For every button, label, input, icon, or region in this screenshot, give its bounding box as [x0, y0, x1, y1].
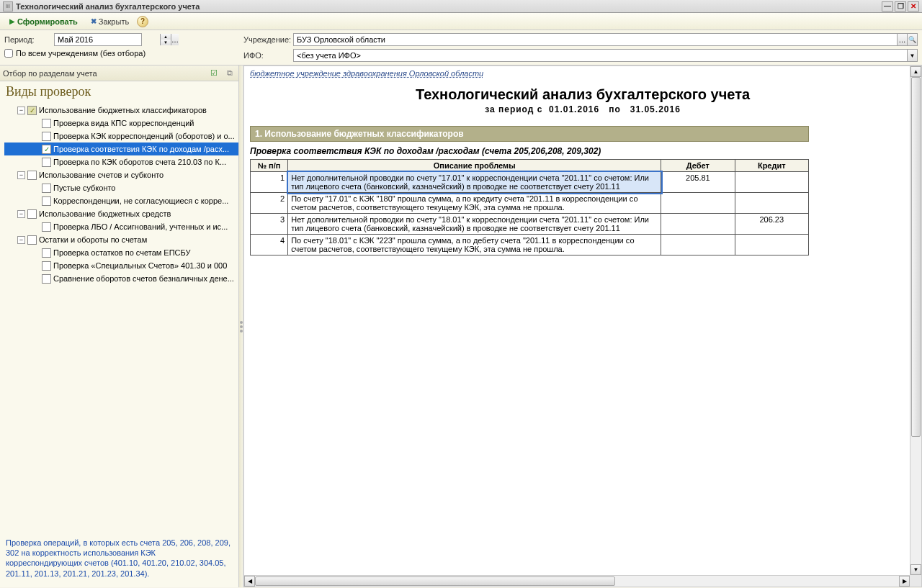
- item-checkbox[interactable]: [42, 261, 51, 271]
- tree-group[interactable]: −Использование бюджетных классификаторов: [4, 104, 238, 117]
- tree-group[interactable]: −Использование бюджетных средств: [4, 207, 238, 220]
- copy-icon[interactable]: ⧉: [224, 68, 236, 79]
- scrollbar-horizontal[interactable]: ◀ ▶: [244, 575, 910, 587]
- group-checkbox[interactable]: [27, 209, 37, 219]
- period-combo[interactable]: ▲ ▼ …: [54, 33, 142, 46]
- period-spin-up[interactable]: ▲: [161, 34, 171, 40]
- scroll-thumb-v[interactable]: [911, 77, 921, 437]
- table-row[interactable]: 3Нет дополнительной проводки по счету "1…: [251, 214, 809, 235]
- tree-item[interactable]: Проверка соответствия КЭК по доходам /ра…: [4, 143, 238, 155]
- window-title: Технологический анализ бухгалтерского уч…: [16, 2, 880, 11]
- minimize-button[interactable]: —: [882, 1, 893, 12]
- item-label: Проверка остатков по счетам ЕПСБУ: [53, 248, 191, 257]
- table-row[interactable]: 2По счету "17.01" с КЭК "180" прошла сум…: [251, 193, 809, 214]
- close-button[interactable]: ✖ Закрыть: [86, 15, 134, 28]
- item-label: Проверка «Специальных Счетов» 401.30 и 0…: [53, 261, 227, 270]
- org-input[interactable]: [294, 34, 897, 45]
- group-checkbox[interactable]: [27, 235, 37, 245]
- sidebar-footer: Проверка операций, в которых есть счета …: [0, 533, 238, 583]
- item-checkbox[interactable]: [42, 145, 51, 154]
- cell-debit: 205.81: [661, 172, 735, 193]
- sidebar: Отбор по разделам учета ☑ ⧉ Виды проверо…: [0, 65, 239, 587]
- org-label: Учреждение:: [243, 35, 290, 44]
- expander-icon[interactable]: −: [17, 236, 25, 244]
- org-combo[interactable]: … 🔍: [293, 33, 918, 46]
- cell-desc[interactable]: Нет дополнительной проводки по счету "17…: [288, 172, 661, 193]
- tree-item[interactable]: Корреспонденции, не согласующиеся с корр…: [4, 194, 238, 207]
- maximize-button[interactable]: ❐: [895, 1, 906, 12]
- tree-item[interactable]: Проверка «Специальных Счетов» 401.30 и 0…: [4, 259, 238, 272]
- item-checkbox[interactable]: [42, 222, 51, 232]
- scrollbar-vertical[interactable]: ▲ ▼: [910, 66, 921, 575]
- all-orgs-checkbox[interactable]: [4, 49, 13, 58]
- item-checkbox[interactable]: [42, 248, 51, 258]
- item-checkbox[interactable]: [42, 132, 51, 141]
- tree-item[interactable]: Проверка КЭК корреспонденций (оборотов) …: [4, 130, 238, 143]
- item-checkbox[interactable]: [42, 158, 51, 167]
- checks-tree[interactable]: −Использование бюджетных классификаторов…: [0, 102, 238, 587]
- item-label: Корреспонденции, не согласующиеся с корр…: [53, 196, 228, 205]
- col-debit: Дебет: [661, 160, 735, 172]
- item-checkbox[interactable]: [42, 184, 51, 193]
- scroll-up-button[interactable]: ▲: [910, 66, 921, 77]
- col-credit: Кредит: [735, 160, 808, 172]
- section-head: 1. Использование бюджетных классификатор…: [250, 126, 809, 142]
- generate-button[interactable]: ▶ Сформировать: [4, 15, 83, 28]
- cell-debit: [661, 214, 735, 235]
- filters: Период: ▲ ▼ … По всем учреждениям (без о…: [0, 30, 922, 65]
- scroll-down-button[interactable]: ▼: [910, 564, 921, 575]
- all-orgs-check[interactable]: По всем учреждениям (без отбора): [4, 49, 235, 58]
- col-n: № п/п: [251, 160, 288, 172]
- item-label: Проверка вида КПС корреспонденций: [53, 119, 194, 127]
- report-table[interactable]: № п/п Описание проблемы Дебет Кредит 1Не…: [250, 159, 809, 255]
- period-label: Период:: [4, 35, 51, 44]
- period-input[interactable]: [55, 34, 160, 45]
- ifo-combo[interactable]: ▼: [293, 49, 918, 62]
- close-label: Закрыть: [99, 17, 129, 26]
- group-checkbox[interactable]: [27, 171, 37, 180]
- tree-item[interactable]: Проверка остатков по счетам ЕПСБУ: [4, 246, 238, 259]
- scroll-left-button[interactable]: ◀: [244, 576, 255, 587]
- item-checkbox[interactable]: [42, 196, 51, 206]
- tree-item[interactable]: Сравнение оборотов счетов безналичных де…: [4, 272, 238, 285]
- expander-icon[interactable]: −: [17, 210, 25, 218]
- app-icon: lil: [3, 1, 13, 12]
- expander-icon[interactable]: −: [17, 171, 25, 179]
- org-search-icon[interactable]: 🔍: [907, 34, 917, 45]
- group-checkbox[interactable]: [27, 106, 37, 115]
- org-picker-button[interactable]: …: [897, 34, 907, 45]
- scroll-thumb-h[interactable]: [255, 576, 615, 586]
- cell-n: 1: [251, 172, 288, 193]
- cell-desc[interactable]: По счету "18.01" с КЭК "223" прошла сумм…: [288, 235, 661, 255]
- main: Отбор по разделам учета ☑ ⧉ Виды проверо…: [0, 65, 922, 587]
- cell-desc[interactable]: Нет дополнительной проводки по счету "18…: [288, 214, 661, 235]
- col-desc: Описание проблемы: [288, 160, 661, 172]
- table-row[interactable]: 4По счету "18.01" с КЭК "223" прошла сум…: [251, 235, 809, 255]
- help-button[interactable]: ?: [137, 16, 148, 27]
- period-spin-down[interactable]: ▼: [161, 40, 171, 45]
- tree-item[interactable]: Проверка вида КПС корреспонденций: [4, 117, 238, 130]
- table-row[interactable]: 1Нет дополнительной проводки по счету "1…: [251, 172, 809, 193]
- ifo-input[interactable]: [294, 50, 907, 61]
- expander-icon[interactable]: −: [17, 107, 25, 114]
- sidebar-title: Виды проверок: [0, 81, 238, 102]
- cell-credit: [735, 193, 808, 214]
- cell-desc[interactable]: По счету "17.01" с КЭК "180" прошла сумм…: [288, 193, 661, 214]
- close-window-button[interactable]: ✕: [908, 1, 919, 12]
- scroll-right-button[interactable]: ▶: [899, 576, 910, 587]
- generate-label: Сформировать: [17, 17, 78, 26]
- sidebar-toolbar-label: Отбор по разделам учета: [3, 69, 97, 78]
- org-line: бюджетное учреждение здравоохранения Орл…: [250, 69, 916, 78]
- item-label: Проверка КЭК корреспонденций (оборотов) …: [53, 132, 235, 140]
- item-checkbox[interactable]: [42, 274, 51, 284]
- period-picker-button[interactable]: …: [171, 34, 179, 45]
- tree-item[interactable]: Пустые субконто: [4, 181, 238, 194]
- group-label: Использование бюджетных классификаторов: [39, 106, 207, 114]
- check-all-icon[interactable]: ☑: [208, 68, 220, 79]
- tree-group[interactable]: −Использование счетов и субконто: [4, 168, 238, 181]
- ifo-dropdown-button[interactable]: ▼: [907, 50, 917, 61]
- tree-group[interactable]: −Остатки и обороты по счетам: [4, 233, 238, 246]
- tree-item[interactable]: Проверка ЛБО / Ассигнований, учтенных и …: [4, 220, 238, 233]
- item-checkbox[interactable]: [42, 119, 51, 128]
- tree-item[interactable]: Проверка по КЭК оборотов счета 210.03 по…: [4, 155, 238, 168]
